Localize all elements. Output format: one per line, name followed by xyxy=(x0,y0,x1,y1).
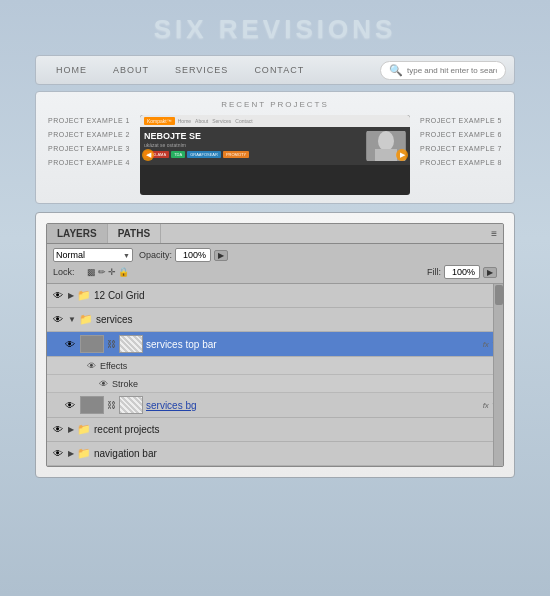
ps-panel-container: LAYERS PATHS ≡ Normal ▼ Opacity: 100% ▶ … xyxy=(35,212,515,478)
opacity-arrow-icon[interactable]: ▶ xyxy=(214,250,228,261)
layer-thumb-mask-services-bg xyxy=(119,396,143,414)
layer-row-effects: 👁 Effects xyxy=(47,357,503,375)
preview-sub: ukázat se ostatním xyxy=(144,142,363,148)
content-area: RECENT PROJECTS PROJECT EXAMPLE 1 PROJEC… xyxy=(35,91,515,204)
site-title: SIX REVISIONS xyxy=(35,14,515,45)
opacity-label: Opacity: xyxy=(139,250,172,260)
search-bar[interactable]: 🔍 xyxy=(380,61,506,80)
eye-icon-recent-projects[interactable]: 👁 xyxy=(51,423,65,437)
layer-row-services-top-bar[interactable]: 👁 ⛓ services top bar fx ▼ xyxy=(47,332,503,357)
nav-about[interactable]: ABOUT xyxy=(101,61,161,79)
tag-graafosear: GRAAFOSEAR xyxy=(187,151,221,158)
layer-row-services[interactable]: 👁 ▼ 📁 services xyxy=(47,308,503,332)
project-link-6[interactable]: PROJECT EXAMPLE 6 xyxy=(416,129,506,140)
nav-home[interactable]: HOME xyxy=(44,61,99,79)
opacity-control: Opacity: 100% ▶ xyxy=(139,248,228,262)
eye-icon-services-bg[interactable]: 👁 xyxy=(63,398,77,412)
blend-opacity-row: Normal ▼ Opacity: 100% ▶ xyxy=(53,248,497,262)
scroll-thumb[interactable] xyxy=(495,285,503,305)
folder-icon-services: 📁 xyxy=(79,313,93,326)
layer-name-services-top-bar: services top bar xyxy=(146,339,480,350)
tag-promoty: PROMOTY xyxy=(223,151,249,158)
expand-icon-recent-projects[interactable]: ▶ xyxy=(68,425,74,434)
chain-icon-services-bg: ⛓ xyxy=(107,400,116,410)
nav-services[interactable]: SERVICES xyxy=(163,61,240,79)
layer-thumb-mask xyxy=(119,335,143,353)
lock-transparency-icon[interactable]: ▩ xyxy=(87,267,96,277)
ps-panel: LAYERS PATHS ≡ Normal ▼ Opacity: 100% ▶ … xyxy=(46,223,504,467)
expand-icon-nav-bar[interactable]: ▶ xyxy=(68,449,74,458)
stroke-label: Stroke xyxy=(112,379,138,389)
preview-heading: NEBOJTE SE xyxy=(144,131,363,142)
select-arrow-icon: ▼ xyxy=(123,252,130,259)
project-link-1[interactable]: PROJECT EXAMPLE 1 xyxy=(44,115,134,126)
prev-arrow[interactable]: ◀ xyxy=(142,149,154,161)
project-link-8[interactable]: PROJECT EXAMPLE 8 xyxy=(416,157,506,168)
lock-label: Lock: xyxy=(53,267,83,277)
layers-container: 👁 ▶ 📁 12 Col Grid 👁 ▼ 📁 services 👁 xyxy=(47,284,503,466)
layer-row-stroke: 👁 Stroke xyxy=(47,375,503,393)
preview-body: NEBOJTE SE ukázat se ostatním REKLAMA TD… xyxy=(140,127,410,165)
projects-grid: PROJECT EXAMPLE 1 PROJECT EXAMPLE 2 PROJ… xyxy=(44,115,506,195)
layer-name-nav-bar: navigation bar xyxy=(94,448,499,459)
svg-rect-2 xyxy=(375,149,397,161)
eye-icon-nav-bar[interactable]: 👁 xyxy=(51,447,65,461)
layer-name-12-col-grid: 12 Col Grid xyxy=(94,290,499,301)
project-link-7[interactable]: PROJECT EXAMPLE 7 xyxy=(416,143,506,154)
lock-all-icon[interactable]: 🔒 xyxy=(118,267,129,277)
layer-row-services-bg[interactable]: 👁 ⛓ services bg fx ▼ xyxy=(47,393,503,418)
website-preview: SIX REVISIONS HOME ABOUT SERVICES CONTAC… xyxy=(35,0,515,204)
lock-paint-icon[interactable]: ✏ xyxy=(98,267,106,277)
folder-icon-recent-projects: 📁 xyxy=(77,423,91,436)
layer-row-navigation-bar[interactable]: 👁 ▶ 📁 navigation bar xyxy=(47,442,503,466)
projects-right: PROJECT EXAMPLE 5 PROJECT EXAMPLE 6 PROJ… xyxy=(416,115,506,195)
layers-list: 👁 ▶ 📁 12 Col Grid 👁 ▼ 📁 services 👁 xyxy=(47,284,503,466)
layer-thumb-services-bg xyxy=(80,396,104,414)
nav-items: HOME ABOUT SERVICES CONTACT xyxy=(44,61,380,79)
next-arrow[interactable]: ▶ xyxy=(396,149,408,161)
fill-control: Fill: 100% ▶ xyxy=(427,265,497,279)
panel-tabs: LAYERS PATHS ≡ xyxy=(47,224,503,244)
preview-logo: Kompakt™ xyxy=(144,117,175,125)
search-input[interactable] xyxy=(407,66,497,75)
project-link-2[interactable]: PROJECT EXAMPLE 2 xyxy=(44,129,134,140)
lock-fill-row: Lock: ▩ ✏ ✛ 🔒 Fill: 100% ▶ xyxy=(53,265,497,279)
preview-header: Kompakt™ Home About Services Contact xyxy=(140,115,410,127)
blend-mode-select[interactable]: Normal ▼ xyxy=(53,248,133,262)
blend-mode-value: Normal xyxy=(56,250,85,260)
eye-icon-services[interactable]: 👁 xyxy=(51,313,65,327)
expand-icon-services[interactable]: ▼ xyxy=(68,315,76,324)
scroll-bar[interactable] xyxy=(493,284,503,466)
project-link-4[interactable]: PROJECT EXAMPLE 4 xyxy=(44,157,134,168)
project-link-3[interactable]: PROJECT EXAMPLE 3 xyxy=(44,143,134,154)
expand-icon[interactable]: ▶ xyxy=(68,291,74,300)
preview-tags: REKLAMA TDA GRAAFOSEAR PROMOTY xyxy=(144,151,363,158)
layer-row-recent-projects[interactable]: 👁 ▶ 📁 recent projects xyxy=(47,418,503,442)
lock-icons: ▩ ✏ ✛ 🔒 xyxy=(87,267,129,277)
fill-arrow-icon[interactable]: ▶ xyxy=(483,267,497,278)
nav-contact[interactable]: CONTACT xyxy=(242,61,316,79)
chain-icon: ⛓ xyxy=(107,339,116,349)
opacity-value: 100% xyxy=(175,248,211,262)
fill-label: Fill: xyxy=(427,267,441,277)
tab-paths[interactable]: PATHS xyxy=(108,224,161,243)
panel-menu-icon[interactable]: ≡ xyxy=(485,224,503,243)
folder-icon: 📁 xyxy=(77,289,91,302)
eye-icon[interactable]: 👁 xyxy=(51,289,65,303)
projects-left: PROJECT EXAMPLE 1 PROJECT EXAMPLE 2 PROJ… xyxy=(44,115,134,195)
search-icon: 🔍 xyxy=(389,64,403,77)
layer-row-12-col-grid[interactable]: 👁 ▶ 📁 12 Col Grid xyxy=(47,284,503,308)
preview-nav: Home About Services Contact xyxy=(178,118,253,124)
tag-tda: TDA xyxy=(171,151,185,158)
eye-icon-stroke: 👁 xyxy=(99,379,108,389)
nav-bar: HOME ABOUT SERVICES CONTACT 🔍 xyxy=(35,55,515,85)
eye-icon-services-top-bar[interactable]: 👁 xyxy=(63,337,77,351)
svg-point-1 xyxy=(378,131,394,151)
tab-layers[interactable]: LAYERS xyxy=(47,224,108,243)
lock-move-icon[interactable]: ✛ xyxy=(108,267,116,277)
layer-name-services: services xyxy=(96,314,499,325)
project-link-5[interactable]: PROJECT EXAMPLE 5 xyxy=(416,115,506,126)
fill-value: 100% xyxy=(444,265,480,279)
layer-thumb-services-top-bar xyxy=(80,335,104,353)
layer-name-recent-projects: recent projects xyxy=(94,424,499,435)
